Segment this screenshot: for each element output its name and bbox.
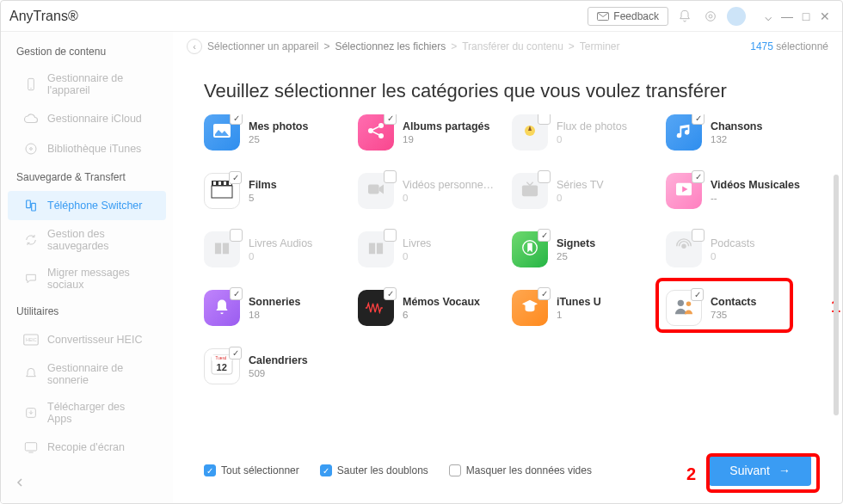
scrollbar[interactable] — [834, 175, 839, 415]
category-checkbox-icon — [384, 229, 397, 242]
category-count: 19 — [403, 134, 489, 144]
category-checkbox-icon — [538, 170, 551, 183]
sidebar-section-content: Gestion de contenu — [1, 39, 173, 65]
category-count: 132 — [711, 134, 762, 144]
category-checkbox-icon — [230, 229, 243, 242]
sidebar-item-social[interactable]: Migrer messages sociaux — [8, 260, 166, 298]
category-count: 6 — [403, 310, 480, 320]
category-tile[interactable]: ✓Signets25 — [512, 231, 657, 267]
device-icon — [23, 77, 39, 92]
breadcrumb: ‹ Sélectionner un appareil> Sélectionnez… — [173, 32, 842, 61]
sidebar-item-icloud[interactable]: Gestionnaire iCloud — [8, 104, 166, 133]
sidebar-section-util: Utilitaires — [1, 298, 173, 324]
breadcrumb-back-button[interactable]: ‹ — [187, 39, 202, 54]
sidebar-item-apps[interactable]: Télécharger des Apps — [8, 394, 166, 432]
sidebar-item-heic[interactable]: HEIC Convertisseur HEIC — [8, 325, 166, 354]
arrow-right-icon: → — [778, 464, 791, 477]
category-title: Albums partagés — [403, 120, 489, 132]
category-count: -- — [711, 193, 800, 203]
breadcrumb-step1[interactable]: Sélectionner un appareil — [207, 40, 318, 52]
category-tile[interactable]: ✓Contacts7351 — [666, 290, 811, 326]
svg-text:HEIC: HEIC — [26, 337, 37, 342]
category-count: 0 — [557, 134, 627, 144]
category-title: Livres — [403, 237, 431, 249]
category-icon: ✓ — [204, 290, 240, 326]
notification-icon[interactable] — [675, 7, 694, 26]
category-tile[interactable]: ✓Sonneries18 — [204, 290, 349, 326]
sidebar-section-backup: Sauvegarde & Transfert — [1, 164, 173, 190]
category-tile[interactable]: ✓Mémos Vocaux6 — [358, 290, 503, 326]
user-avatar[interactable] — [727, 7, 746, 26]
hide-empty-checkbox[interactable]: Masquer les données vides — [449, 464, 592, 476]
sidebar-item-itunes[interactable]: Bibliothèque iTunes — [8, 134, 166, 163]
svg-rect-8 — [32, 203, 36, 211]
category-checkbox-icon: ✓ — [538, 229, 551, 242]
screen-icon — [23, 439, 39, 455]
sidebar-item-ringtone[interactable]: Gestionnaire de sonnerie — [8, 355, 166, 393]
category-tile[interactable]: Livres0 — [358, 231, 503, 267]
category-checkbox-icon: ✓ — [691, 288, 704, 301]
svg-rect-21 — [213, 181, 216, 185]
category-tile[interactable]: Tuesd12✓Calendriers509 — [204, 348, 349, 384]
heic-icon: HEIC — [23, 332, 39, 347]
category-tile[interactable]: Séries TV0 — [512, 173, 657, 209]
category-title: Vidéos Musicales — [711, 179, 800, 191]
category-tile[interactable]: ✓Albums partagés19 — [358, 114, 503, 151]
skip-duplicates-checkbox[interactable]: ✓ Sauter les doublons — [320, 464, 428, 476]
category-count: 0 — [711, 251, 754, 261]
close-button[interactable]: ✕ — [816, 8, 834, 25]
category-tile[interactable]: ✓iTunes U1 — [512, 290, 657, 326]
chat-icon — [23, 271, 39, 286]
category-icon: ✓ — [204, 114, 240, 151]
page-title: Veuillez sélectionner les catégories que… — [173, 61, 842, 114]
category-count: 25 — [249, 134, 308, 144]
category-icon: ✓ — [204, 173, 240, 209]
sidebar-item-phone-switcher[interactable]: Téléphone Switcher — [8, 191, 166, 220]
next-button[interactable]: Suivant → — [709, 455, 811, 486]
category-icon: ✓ — [512, 231, 548, 267]
main-panel: ‹ Sélectionner un appareil> Sélectionnez… — [173, 32, 842, 503]
svg-rect-19 — [212, 186, 232, 198]
maximize-button[interactable]: □ — [797, 8, 815, 25]
category-tile[interactable]: Podcasts0 — [666, 231, 811, 267]
collapse-sidebar-button[interactable] — [11, 472, 28, 495]
selection-count: 1475 sélectionné — [750, 40, 828, 52]
category-tile[interactable]: ✓Vidéos Musicales-- — [666, 173, 811, 209]
app-brand: AnyTrans® — [9, 9, 78, 24]
category-tile[interactable]: ✓Mes photos25 — [204, 114, 349, 151]
feedback-button[interactable]: Feedback — [588, 7, 668, 26]
minimize-button[interactable]: ― — [778, 8, 796, 25]
svg-point-15 — [368, 128, 373, 133]
category-title: Mes photos — [249, 120, 308, 132]
svg-text:Tuesd: Tuesd — [216, 356, 227, 360]
cloud-icon — [23, 111, 39, 126]
select-all-checkbox[interactable]: ✓ Tout sélectionner — [204, 464, 299, 476]
top-bar: AnyTrans® Feedback ⌵ ― □ ✕ — [1, 1, 842, 32]
sidebar-item-device-manager[interactable]: Gestionnaire de l'appareil — [8, 65, 166, 103]
dropdown-icon[interactable]: ⌵ — [760, 8, 777, 25]
category-checkbox-icon — [538, 114, 551, 125]
category-tile[interactable]: Livres Audios0 — [204, 231, 349, 267]
category-icon — [512, 114, 548, 151]
footer-bar: ✓ Tout sélectionner ✓ Sauter les doublon… — [173, 441, 842, 503]
sidebar-item-backup-mgr[interactable]: Gestion des sauvegardes — [8, 221, 166, 259]
category-title: iTunes U — [557, 296, 601, 308]
category-title: Mémos Vocaux — [403, 296, 480, 308]
svg-rect-7 — [27, 200, 31, 208]
sidebar-item-mirror[interactable]: Recopie d'écran — [8, 433, 166, 462]
category-tile[interactable]: ✓Chansons132 — [666, 114, 811, 151]
category-checkbox-icon — [384, 170, 397, 183]
category-tile[interactable]: ✓Films5 — [204, 173, 349, 209]
category-title: Films — [249, 179, 277, 191]
category-icon — [666, 231, 702, 267]
svg-rect-12 — [25, 443, 36, 451]
settings-icon-placeholder[interactable] — [701, 7, 720, 26]
category-tile[interactable]: Vidéos personne…0 — [358, 173, 503, 209]
breadcrumb-step2[interactable]: Sélectionnez les fichiers — [335, 40, 446, 52]
category-tile[interactable]: Flux de photos0 — [512, 114, 657, 151]
bell-icon — [23, 366, 39, 382]
category-count: 509 — [249, 368, 308, 378]
download-icon — [23, 405, 39, 421]
checkbox-icon — [449, 464, 461, 476]
svg-point-5 — [26, 144, 36, 154]
